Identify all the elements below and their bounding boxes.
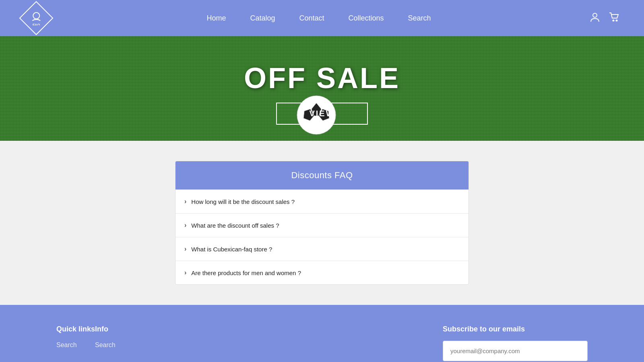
faq-question-2: What are the discount off sales ? [191,222,279,229]
faq-question-3: What is Cubexican-faq store ? [191,246,272,253]
faq-box: Discounts FAQ › How long will it be the … [175,161,469,285]
logo-text: FAQ [28,9,44,27]
faq-question-1: How long will it be the discount sales ? [191,198,295,205]
info-search[interactable]: Search [95,341,116,349]
chevron-icon-3: › [184,245,186,253]
chevron-icon-4: › [184,269,186,276]
faq-item-3[interactable]: › What is Cubexican-faq store ? [175,237,469,261]
hero-section: OFF SALE VIEW [0,36,644,141]
nav-search[interactable]: Search [408,14,431,23]
view-button[interactable]: VIEW [276,103,367,125]
nav-collections[interactable]: Collections [349,14,384,23]
info-title: Info [95,325,116,333]
faq-item-1[interactable]: › How long will it be the discount sales… [175,189,469,213]
faq-item-4[interactable]: › Are there products for men and women ? [175,261,469,284]
hero-title: OFF SALE [244,62,400,95]
quick-links-title: Quick links [56,325,95,333]
logo-diamond: FAQ [19,1,54,35]
subscribe-section: Subscribe to our emails Subscribe → Shar… [443,325,588,362]
nav-home[interactable]: Home [206,14,226,23]
svg-point-2 [593,13,597,17]
header-icons [589,11,620,25]
user-icon[interactable] [589,11,601,25]
faq-question-4: Are there products for men and women ? [191,269,301,276]
email-input[interactable] [443,341,588,361]
info-section: Info Search [95,325,116,349]
main-nav: Home Catalog Contact Collections Search [206,14,431,23]
nav-contact[interactable]: Contact [299,14,324,23]
svg-point-4 [616,20,617,21]
cart-icon[interactable] [609,11,620,25]
nav-catalog[interactable]: Catalog [250,14,275,23]
quick-links-section: Quick links Search [56,325,95,349]
chevron-icon-1: › [184,198,186,205]
header: FAQ Home Catalog Contact Collections Sea… [0,0,644,36]
faq-item-2[interactable]: › What are the discount off sales ? [175,213,469,237]
logo[interactable]: FAQ [24,6,48,30]
faq-title: Discounts FAQ [175,161,469,189]
subscribe-title: Subscribe to our emails [443,325,525,333]
footer: Quick links Search Info Search Subscribe… [0,305,644,362]
main-content: Discounts FAQ › How long will it be the … [0,141,644,305]
chevron-icon-2: › [184,222,186,229]
svg-point-0 [33,12,39,19]
quick-links-search[interactable]: Search [56,341,95,349]
svg-text:FAQ: FAQ [33,23,40,25]
svg-point-3 [613,20,614,21]
